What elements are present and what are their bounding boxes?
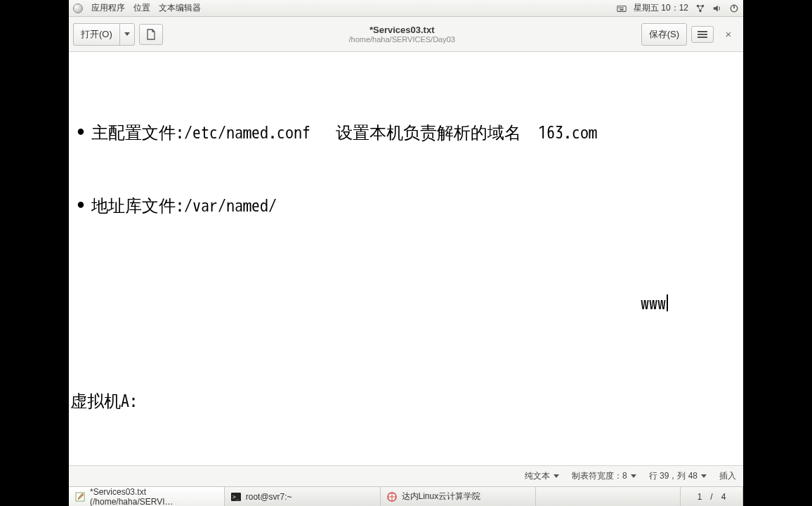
svg-rect-3 — [622, 7, 624, 8]
svg-rect-1 — [619, 7, 620, 8]
status-filetype[interactable]: 纯文本 — [525, 470, 559, 482]
status-mode-label: 插入 — [719, 470, 736, 482]
letterbox-left — [0, 0, 69, 506]
terminal-icon: >_ — [230, 491, 242, 502]
pager-total: 4 — [721, 492, 726, 502]
status-bar: 纯文本 制表符宽度：8 行 39，列 48 插入 — [69, 465, 743, 486]
editor-headerbar: 打开(O) *Services03.txt /home/haha/SERVICE… — [69, 17, 743, 52]
taskbar: *Services03.txt (/home/haha/SERVI… >_ ro… — [69, 486, 743, 506]
hamburger-menu-button[interactable] — [691, 26, 714, 43]
close-button[interactable]: × — [718, 28, 739, 40]
volume-icon[interactable] — [712, 4, 722, 13]
system-top-bar: 应用程序 位置 文本编辑器 星期五 10：12 — [69, 0, 743, 17]
text-cursor — [667, 294, 668, 311]
chevron-down-icon — [701, 474, 707, 478]
save-button[interactable]: 保存(S) — [641, 23, 687, 46]
bullet-icon: • — [70, 121, 91, 145]
keyboard-icon[interactable] — [617, 4, 627, 13]
svg-rect-0 — [617, 6, 626, 11]
taskbar-item-terminal[interactable]: >_ root@svr7:~ — [225, 487, 381, 506]
clock-datetime[interactable]: 星期五 10：12 — [634, 2, 688, 14]
open-dropdown-button[interactable] — [119, 23, 135, 46]
network-icon[interactable] — [695, 4, 705, 13]
menu-applications[interactable]: 应用程序 — [91, 2, 125, 14]
chevron-down-icon — [124, 32, 130, 36]
status-position-label: 行 39，列 48 — [649, 470, 698, 482]
taskbar-item-label: *Services03.txt (/home/haha/SERVI… — [90, 487, 218, 507]
taskbar-item-browser[interactable]: 达内Linux云计算学院 — [381, 487, 537, 506]
gnome-logo-icon — [73, 4, 83, 13]
editor-text-area[interactable]: • 主配置文件:/etc/named.conf 设置本机负责解析的域名 163.… — [69, 52, 743, 465]
taskbar-item-label: root@svr7:~ — [246, 492, 292, 502]
chevron-down-icon — [554, 474, 559, 478]
power-icon[interactable] — [729, 4, 739, 13]
text-line: 虚拟机A: — [69, 389, 743, 414]
hamburger-icon — [698, 31, 707, 38]
status-filetype-label: 纯文本 — [525, 470, 550, 482]
text-editor-icon — [74, 491, 86, 502]
svg-rect-2 — [620, 7, 622, 8]
text-line: 主配置文件:/etc/named.conf — [91, 122, 310, 143]
svg-text:>_: >_ — [233, 494, 240, 500]
open-button[interactable]: 打开(O) — [73, 23, 119, 46]
menu-places[interactable]: 位置 — [133, 2, 150, 14]
browser-icon — [386, 491, 398, 502]
text-line: 设置本机负责解析的域名 163.com — [336, 122, 597, 143]
status-tabwidth-label: 制表符宽度：8 — [572, 470, 627, 482]
pager-separator: / — [710, 492, 712, 502]
chevron-down-icon — [631, 474, 636, 478]
svg-rect-4 — [620, 8, 623, 10]
pager-current: 1 — [698, 492, 702, 502]
status-insert-mode: 插入 — [719, 470, 736, 482]
title-block: *Services03.txt /home/haha/SERVICES/Day0… — [167, 25, 637, 44]
status-tabwidth[interactable]: 制表符宽度：8 — [572, 470, 636, 482]
file-title: *Services03.txt — [167, 25, 637, 35]
text-line: 地址库文件:/var/named/ — [91, 194, 277, 219]
file-path: /home/haha/SERVICES/Day03 — [167, 35, 637, 44]
text-line: www — [641, 293, 666, 314]
open-button-group: 打开(O) — [73, 23, 135, 46]
taskbar-item-editor[interactable]: *Services03.txt (/home/haha/SERVI… — [69, 487, 225, 506]
document-icon — [145, 29, 157, 40]
bullet-icon: • — [70, 194, 91, 219]
letterbox-right — [743, 0, 812, 506]
taskbar-item-label: 达内Linux云计算学院 — [402, 491, 481, 502]
new-document-button[interactable] — [139, 24, 163, 45]
workspace-pager[interactable]: 1 / 4 — [680, 487, 743, 506]
desktop: 应用程序 位置 文本编辑器 星期五 10：12 打开(O) — [69, 0, 743, 506]
status-position[interactable]: 行 39，列 48 — [649, 470, 707, 482]
menu-text-editor[interactable]: 文本编辑器 — [159, 2, 201, 14]
